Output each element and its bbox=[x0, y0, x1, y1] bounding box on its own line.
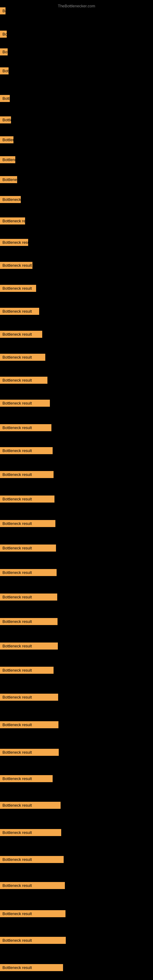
bottleneck-result-item: Bottleneck result bbox=[0, 643, 58, 649]
bottleneck-result-item: Bottleneck result bbox=[0, 964, 63, 971]
bottleneck-result-item: Bottleneck result bbox=[0, 471, 54, 478]
bottleneck-result-item: Bottleneck result bbox=[0, 48, 8, 56]
bottleneck-result-item: Bottleneck result bbox=[0, 239, 28, 246]
bottleneck-result-item: Bottleneck result bbox=[0, 30, 7, 38]
bottleneck-result-item: Bottleneck result bbox=[0, 694, 58, 701]
bottleneck-result-item: Bottleneck result bbox=[0, 136, 13, 143]
bottleneck-result-item: Bottleneck result bbox=[0, 262, 32, 269]
bottleneck-result-item: Bottleneck result bbox=[0, 447, 53, 454]
bottleneck-result-item: Bottleneck result bbox=[0, 7, 5, 14]
bottleneck-result-item: Bottleneck result bbox=[0, 285, 36, 292]
bottleneck-result-item: Bottleneck result bbox=[0, 377, 48, 384]
bottleneck-result-item: Bottleneck result bbox=[0, 856, 64, 863]
bottleneck-result-item: Bottleneck result bbox=[0, 196, 21, 203]
bottleneck-result-item: Bottleneck result bbox=[0, 749, 59, 756]
bottleneck-result-item: Bottleneck result bbox=[0, 618, 57, 625]
bottleneck-result-item: Bottleneck result bbox=[0, 882, 65, 889]
bottleneck-result-item: Bottleneck result bbox=[0, 308, 39, 315]
bottleneck-result-item: Bottleneck result bbox=[0, 354, 45, 361]
bottleneck-result-item: Bottleneck result bbox=[0, 400, 50, 407]
bottleneck-result-item: Bottleneck result bbox=[0, 721, 59, 728]
bottleneck-result-item: Bottleneck result bbox=[0, 218, 25, 224]
bottleneck-result-item: Bottleneck result bbox=[0, 116, 11, 123]
bottleneck-result-item: Bottleneck result bbox=[0, 95, 10, 102]
bottleneck-result-item: Bottleneck result bbox=[0, 156, 15, 163]
bottleneck-result-item: Bottleneck result bbox=[0, 424, 51, 431]
bottleneck-result-item: Bottleneck result bbox=[0, 829, 61, 836]
bottleneck-result-item: Bottleneck result bbox=[0, 520, 56, 527]
bottleneck-result-item: Bottleneck result bbox=[0, 667, 54, 674]
bottleneck-result-item: Bottleneck result bbox=[0, 775, 53, 782]
bottleneck-result-item: Bottleneck result bbox=[0, 802, 61, 809]
bottleneck-result-item: Bottleneck result bbox=[0, 495, 54, 503]
bottleneck-result-item: Bottleneck result bbox=[0, 176, 17, 183]
bottleneck-result-item: Bottleneck result bbox=[0, 593, 57, 601]
bottleneck-result-item: Bottleneck result bbox=[0, 544, 56, 552]
bottleneck-result-item: Bottleneck result bbox=[0, 910, 65, 917]
bottleneck-result-item: Bottleneck result bbox=[0, 67, 9, 75]
bottleneck-result-item: Bottleneck result bbox=[0, 937, 66, 944]
bottleneck-result-item: Bottleneck result bbox=[0, 331, 42, 338]
site-title: TheBottlenecker.com bbox=[0, 1, 153, 10]
bottleneck-result-item: Bottleneck result bbox=[0, 569, 57, 576]
